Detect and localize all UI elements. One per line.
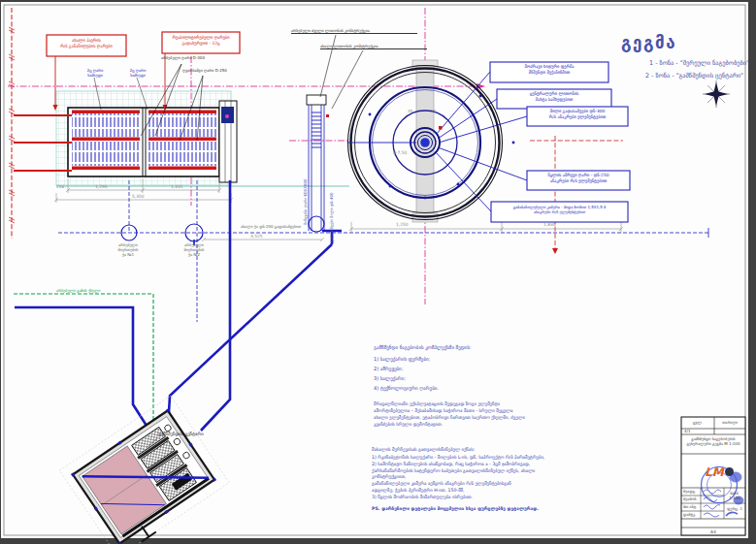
- tank-callout-3: მილი გადასაშვები დნ-300 რ/ბ ანაკრები ელე…: [528, 109, 627, 119]
- dim-1250: 1,250: [396, 222, 425, 228]
- notes1-heading: გამწმენდი ნაგებობის კომპლექსში შედის:: [374, 344, 616, 350]
- pump-station-label: გამწმენდის ცენტარი: [158, 432, 250, 437]
- notes1-paragraph: მრავალწლიანი ექსპლუატაციის შედეგად ზოგი …: [374, 400, 634, 428]
- manhole-label-1: არსებული მიერთების ჭა №1: [107, 242, 149, 257]
- tb-header-1: ცვლ.: [682, 420, 713, 425]
- dim-25: 25: [431, 109, 444, 113]
- dim-216: 216: [56, 184, 76, 190]
- company-logo: LM: [705, 465, 743, 480]
- tank-callout-1: მოძრავი ხიდური ფერმა მწმენდი მექანიზმით: [491, 64, 608, 75]
- tb-revision: 4/1: [684, 429, 704, 433]
- manhole-label-2: არსებული მიერთების ჭა №2: [173, 242, 215, 257]
- red-callout-2: რეაბილიტირებული ღარები გადახურვით - 12ც: [163, 35, 239, 46]
- compass-rose: [703, 80, 730, 108]
- notes2-intro: მასალის შერჩევისას გათვალისწინებულ იქნას…: [372, 447, 663, 453]
- mini-label-1: 2ც ღარი საშხეფი: [82, 68, 109, 78]
- dim-1830: 1,830: [543, 222, 573, 228]
- notes2-body: 1) რკინაბეტონის სალექარი - მილების L-ის,…: [372, 455, 673, 501]
- logo-text: LM: [705, 465, 724, 479]
- tb-row-1: შეადგ.: [683, 489, 701, 494]
- dim-1431: 1,431: [171, 184, 200, 190]
- gas-line-label: არსებული გაზის ქსელი: [56, 288, 153, 293]
- channel-label-2: გადასაშვები მილი დნ-400: [329, 150, 334, 242]
- notes2-ps: PS. დარჩენილი დეტალები მოცემულია სხვა ფუ…: [372, 506, 673, 512]
- tb-description: გამწმენდი ნაგებობების გენერალური გეგმა M…: [682, 436, 744, 446]
- dim-45: 45: [408, 109, 421, 113]
- channel-label-1: მიმყვანი ღარი 600X800: [303, 138, 308, 225]
- drawing-viewport: გეგმა 1 - ზონა - "შერეული ნაგებობები" 2 …: [0, 0, 756, 544]
- pump-station-plan: [59, 396, 229, 544]
- red-callout-1: ახალი ჰაერის რ/ბ განაწილების ღარები: [48, 38, 125, 48]
- logo-globe-icon: [725, 467, 734, 476]
- mini-label-2: 2ც ღარი საშხეფი: [124, 68, 151, 78]
- tb-sheet: ფურც. 1: [725, 506, 744, 511]
- dim-3525: 3,525: [250, 234, 279, 240]
- trough-label-2: ღვარსაშვი ღარი D-250: [182, 68, 250, 73]
- drawing-title: გეგმა: [621, 33, 745, 53]
- notes1-item-2: 2) ამრევები;: [374, 366, 568, 371]
- tank-callout-boxes: [490, 62, 630, 222]
- notes1-item-1: 1) სალექარის ფერმები;: [374, 356, 568, 362]
- steel-label-new: ახალი ლითონის კონსტრუქცია: [320, 44, 427, 49]
- tb-format: A3: [682, 529, 744, 535]
- notes1-item-4: 4) ტექნოლოგიური ღარები.: [374, 385, 568, 391]
- pipe-network: [14, 180, 332, 446]
- tb-row-2: შეამოწ.: [683, 496, 701, 501]
- trough-label-1: არსებული ღარი D-300: [161, 55, 229, 60]
- tb-row-3: მთ.ინჟ.: [683, 504, 701, 509]
- aeration-basin-plan: [14, 91, 349, 186]
- dim-1290: 1,290: [95, 184, 124, 190]
- tb-scale: მასშ. 1:100: [725, 491, 744, 500]
- tank-callout-5: გამანაწილებელი კამერა - შიდა ზომით 1,5X1…: [492, 205, 627, 214]
- tb-header-2: თარიღი: [715, 420, 744, 425]
- dim-radius: R-7,50: [393, 150, 420, 156]
- tank-callout-2: ცენტრალური ლითონის შახტა საშხეფებით: [498, 91, 610, 102]
- notes1-item-3: 3) სალექარი;: [374, 375, 568, 381]
- dim-5350: 5,350: [132, 194, 161, 200]
- manhole-label-3: ახალი ჭა დნ-200 გადასაშვებით: [241, 224, 318, 229]
- tank-callout-4: წყლის ამრევი ღარი - დნ-250 ანაკრები რ/ბ …: [528, 173, 629, 183]
- inlet-channel: [307, 95, 342, 244]
- steel-label-existing: არსებული ძველი ლითონის კონსტრუქცია: [291, 28, 417, 34]
- tb-row-4: დამტკ.: [683, 512, 701, 517]
